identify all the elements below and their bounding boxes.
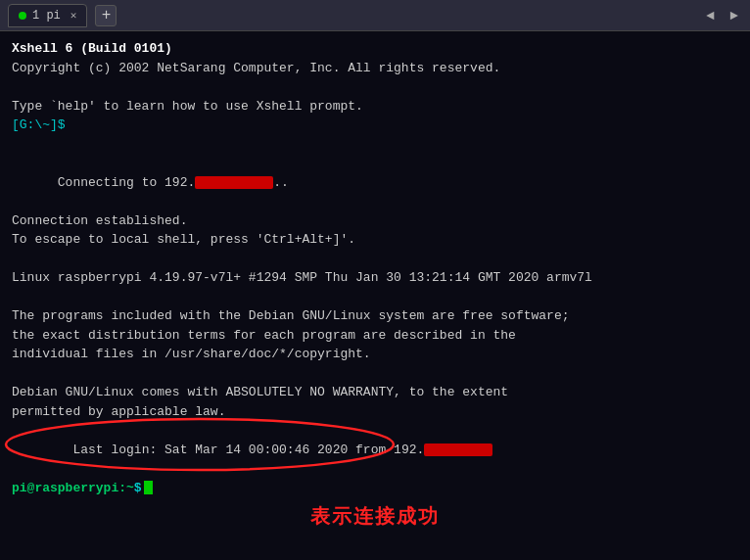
tab-status-dot — [19, 12, 26, 20]
terminal-line-12 — [12, 288, 738, 307]
chinese-annotation: 表示连接成功 — [12, 501, 738, 531]
terminal-line-5: [G:\~]$ — [12, 116, 738, 135]
xshell-window: 1 pi ✕ + ◄ ► Xshell 6 (Build 0101) Copyr… — [0, 0, 750, 560]
tab-label: 1 pi — [32, 9, 61, 23]
new-tab-button[interactable]: + — [95, 5, 117, 26]
terminal-line-17: Debian GNU/Linux comes with ABSOLUTELY N… — [12, 383, 738, 402]
cursor — [144, 481, 153, 494]
terminal-line-13: The programs included with the Debian GN… — [12, 306, 738, 326]
tab-1pi[interactable]: 1 pi ✕ — [8, 4, 87, 27]
annotation-container: Last login: Sat Mar 14 00:00:46 2020 fro… — [12, 421, 738, 497]
nav-right-button[interactable]: ► — [727, 6, 742, 25]
redacted-ip-2 — [424, 443, 492, 456]
terminal-line-8: Connection established. — [12, 211, 738, 231]
terminal-line-16 — [12, 364, 738, 384]
prompt-user: pi@raspberrypi:~ — [12, 479, 134, 498]
terminal-line-9: To escape to local shell, press 'Ctrl+Al… — [12, 230, 738, 250]
terminal-prompt-line: pi@raspberrypi:~ $ — [12, 479, 738, 498]
terminal-line-3 — [12, 77, 738, 97]
terminal-line-14: the exact distribution terms for each pr… — [12, 326, 738, 346]
terminal-line-19: Last login: Sat Mar 14 00:00:46 2020 fro… — [12, 421, 738, 479]
titlebar-left: 1 pi ✕ + — [8, 4, 117, 27]
nav-left-button[interactable]: ◄ — [702, 6, 718, 25]
titlebar-right: ◄ ► — [702, 6, 742, 25]
terminal-line-10 — [12, 250, 738, 269]
terminal-line-15: individual files in /usr/share/doc/*/cop… — [12, 345, 738, 364]
terminal-area[interactable]: Xshell 6 (Build 0101) Copyright (c) 2002… — [0, 31, 750, 560]
tab-close-button[interactable]: ✕ — [70, 9, 77, 22]
terminal-line-4: Type `help' to learn how to use Xshell p… — [12, 97, 738, 117]
terminal-line-6 — [12, 135, 738, 155]
terminal-line-1: Xshell 6 (Build 0101) — [12, 39, 738, 59]
redacted-ip-1 — [195, 176, 273, 189]
prompt-dollar: $ — [134, 479, 142, 498]
terminal-line-11: Linux raspberrypi 4.19.97-v7l+ #1294 SMP… — [12, 268, 738, 288]
terminal-line-18: permitted by applicable law. — [12, 402, 738, 422]
titlebar: 1 pi ✕ + ◄ ► — [0, 0, 750, 31]
terminal-line-7: Connecting to 192... — [12, 154, 738, 211]
terminal-line-2: Copyright (c) 2002 NetSarang Computer, I… — [12, 59, 738, 78]
